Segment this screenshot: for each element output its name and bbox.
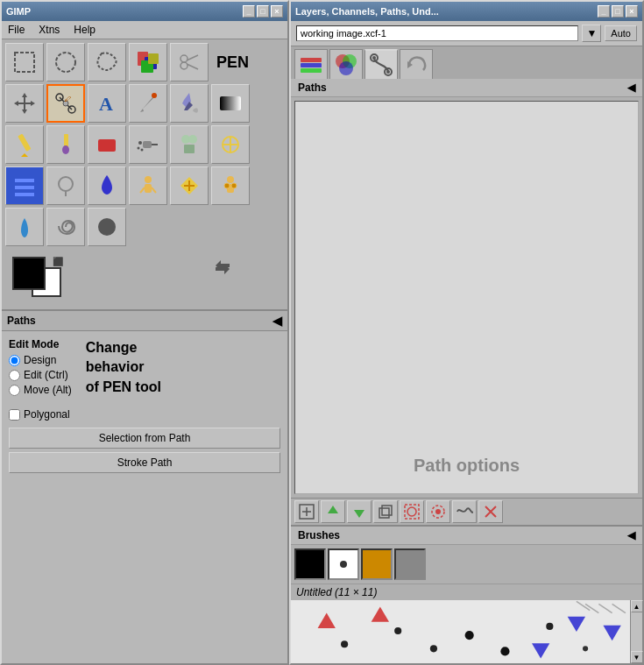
edit-radio[interactable] (9, 370, 20, 381)
polygonal-row: Polygonal (9, 408, 280, 421)
duplicate-path-button[interactable] (373, 500, 398, 523)
brushes-header: Brushes ◀ (291, 527, 642, 545)
scroll-down-button[interactable]: ▼ (631, 651, 643, 663)
svg-point-16 (152, 93, 157, 98)
raise-path-button[interactable] (321, 500, 345, 523)
blend-tool[interactable] (211, 84, 250, 123)
paths-panel-arrow[interactable]: ◀ (272, 314, 282, 328)
move-radio[interactable] (9, 385, 20, 396)
svg-line-42 (152, 187, 156, 193)
svg-marker-19 (21, 153, 28, 157)
color-picker-tool[interactable] (129, 84, 167, 123)
svg-point-39 (145, 176, 152, 183)
tab-paths[interactable] (364, 49, 398, 79)
smudge-tool[interactable] (5, 208, 44, 246)
paths-section-header: Paths ◀ (291, 79, 642, 97)
brushes-scrollbar[interactable]: ▲ ▼ (630, 600, 642, 663)
image-dropdown[interactable]: working image.xcf-1 (296, 25, 578, 41)
lower-path-button[interactable] (347, 500, 372, 523)
maximize-button[interactable]: □ (257, 5, 269, 18)
ink-tool[interactable] (88, 166, 126, 205)
bucket-fill-tool[interactable] (170, 84, 209, 123)
design-radio[interactable] (9, 355, 20, 366)
swap-colors-icon[interactable] (214, 258, 231, 279)
tab-layers[interactable] (294, 49, 328, 79)
clone-tool[interactable] (170, 125, 209, 164)
gimp-toolbox: GIMP _ □ × File Xtns Help (0, 0, 289, 665)
text-tool[interactable]: A (88, 84, 126, 123)
heal-tool[interactable] (211, 125, 250, 164)
menu-xtns[interactable]: Xtns (36, 23, 62, 37)
brush-canvas-row: ▲ ▼ (291, 600, 642, 663)
svg-rect-50 (301, 58, 322, 62)
tab-channels[interactable] (329, 49, 363, 79)
heal2-tool[interactable] (170, 166, 209, 205)
svg-marker-65 (354, 510, 364, 518)
fuzzy-select-tool[interactable] (129, 43, 167, 81)
rectangle-select-tool[interactable] (5, 43, 44, 81)
stroke-path-btn[interactable] (452, 500, 477, 523)
brush-swatch-black[interactable] (294, 548, 326, 580)
svg-rect-40 (145, 184, 152, 193)
selection-from-path-button[interactable]: Selection from Path (9, 428, 280, 449)
paths-panel-content: Edit Mode Design Edit (Ctrl) Move (Al (2, 331, 287, 663)
new-path-button[interactable] (294, 500, 319, 523)
svg-marker-64 (328, 506, 338, 513)
brush-canvas (291, 600, 630, 663)
svg-point-59 (386, 70, 390, 74)
menu-file[interactable]: File (5, 23, 27, 37)
brush-tool[interactable] (88, 208, 126, 246)
tab-undo[interactable] (400, 49, 433, 79)
selection-to-path-button[interactable] (426, 500, 450, 523)
brushes-section: Brushes ◀ Untitled (11 × 11) (291, 525, 642, 663)
paths-list-area: Path options (294, 101, 639, 494)
layers-minimize-button[interactable]: _ (598, 5, 610, 18)
warp-tool[interactable] (211, 166, 250, 205)
layers-maximize-button[interactable]: □ (612, 5, 624, 18)
auto-button[interactable]: Auto (605, 25, 637, 41)
paths-section-arrow[interactable]: ◀ (627, 81, 635, 94)
paintbrush-tool[interactable] (46, 125, 85, 164)
move-label: Move (Alt) (24, 384, 72, 396)
dodge-burn-tool[interactable] (46, 166, 85, 205)
path-toolbar (291, 498, 642, 525)
dropdown-arrow-button[interactable]: ▼ (582, 25, 601, 42)
align-tool[interactable] (5, 166, 44, 205)
menu-help[interactable]: Help (71, 23, 98, 37)
ellipse-select-tool[interactable] (46, 43, 85, 81)
layers-close-button[interactable]: × (626, 5, 638, 18)
foreground-color[interactable] (12, 257, 46, 290)
move-tool[interactable] (5, 84, 44, 123)
svg-point-78 (394, 627, 401, 634)
brush-swatch-orange[interactable] (361, 548, 393, 580)
path-to-selection-button[interactable] (400, 500, 424, 523)
stroke-path-button[interactable]: Stroke Path (9, 452, 280, 473)
eraser-tool[interactable] (88, 125, 126, 164)
design-radio-label[interactable]: Design (9, 354, 72, 366)
svg-marker-76 (532, 643, 549, 658)
minimize-button[interactable]: _ (243, 5, 255, 18)
swirl-tool[interactable] (46, 208, 85, 246)
polygonal-checkbox[interactable] (9, 409, 20, 421)
paths-panel-title: Paths (7, 315, 36, 327)
brushes-arrow[interactable]: ◀ (627, 529, 635, 541)
brush-swatch-white[interactable] (328, 548, 359, 580)
delete-path-button[interactable] (478, 500, 503, 523)
move-radio-label[interactable]: Move (Alt) (9, 384, 72, 396)
transform-tool[interactable] (129, 166, 167, 205)
brush-swatch-gray[interactable] (394, 548, 426, 580)
scissors-tool[interactable] (170, 43, 209, 81)
lasso-tool[interactable] (88, 43, 126, 81)
svg-rect-18 (18, 134, 31, 152)
edit-radio-label[interactable]: Edit (Ctrl) (9, 369, 72, 381)
svg-line-85 (598, 604, 612, 612)
gimp-title-text: GIMP (6, 6, 31, 17)
svg-rect-23 (143, 141, 152, 148)
airbrush-tool[interactable] (129, 125, 167, 164)
scroll-up-button[interactable]: ▲ (631, 600, 643, 612)
gimp-titlebar: GIMP _ □ × (2, 2, 287, 21)
paths-tool[interactable]: 🖊 (46, 84, 85, 123)
svg-point-21 (62, 145, 69, 154)
pencil-tool[interactable] (5, 125, 44, 164)
close-button[interactable]: × (271, 5, 283, 18)
